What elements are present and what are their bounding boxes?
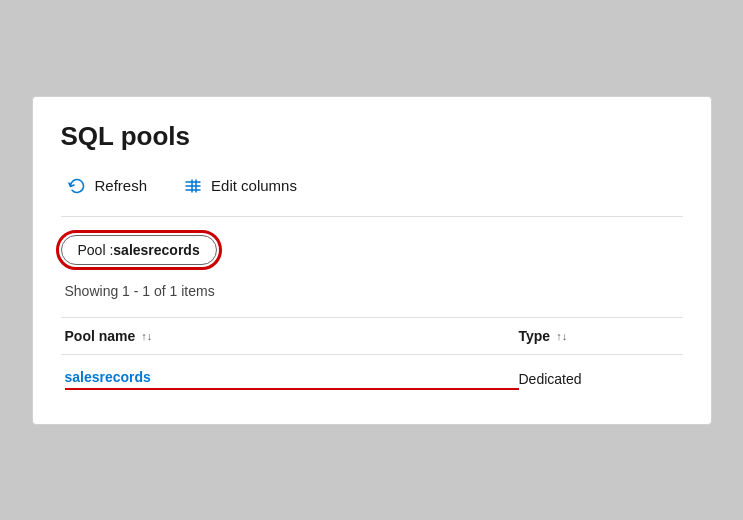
- filter-section: Pool : salesrecords: [61, 235, 683, 265]
- toolbar-divider: [61, 216, 683, 217]
- filter-tag[interactable]: Pool : salesrecords: [61, 235, 217, 265]
- page-title: SQL pools: [61, 121, 683, 152]
- cell-type: Dedicated: [519, 371, 679, 387]
- refresh-label: Refresh: [95, 177, 148, 194]
- sort-icon-type[interactable]: ↑↓: [556, 330, 567, 342]
- edit-columns-icon: [183, 176, 203, 196]
- column-type: Type ↑↓: [519, 328, 679, 344]
- column-pool-name: Pool name ↑↓: [65, 328, 519, 344]
- pool-name-link[interactable]: salesrecords: [65, 369, 519, 390]
- cell-pool-name-container: salesrecords: [65, 369, 519, 390]
- filter-label: Pool :: [78, 242, 114, 258]
- filter-value: salesrecords: [113, 242, 199, 258]
- toolbar: Refresh Edit columns: [61, 172, 683, 200]
- refresh-icon: [67, 176, 87, 196]
- sql-pools-panel: SQL pools Refresh Edit columns Pool : sa…: [32, 96, 712, 425]
- edit-columns-button[interactable]: Edit columns: [177, 172, 303, 200]
- table-row: salesrecords Dedicated: [61, 355, 683, 396]
- sort-icon-pool-name[interactable]: ↑↓: [141, 330, 152, 342]
- showing-summary: Showing 1 - 1 of 1 items: [61, 283, 683, 299]
- table-header: Pool name ↑↓ Type ↑↓: [61, 317, 683, 355]
- refresh-button[interactable]: Refresh: [61, 172, 154, 200]
- edit-columns-label: Edit columns: [211, 177, 297, 194]
